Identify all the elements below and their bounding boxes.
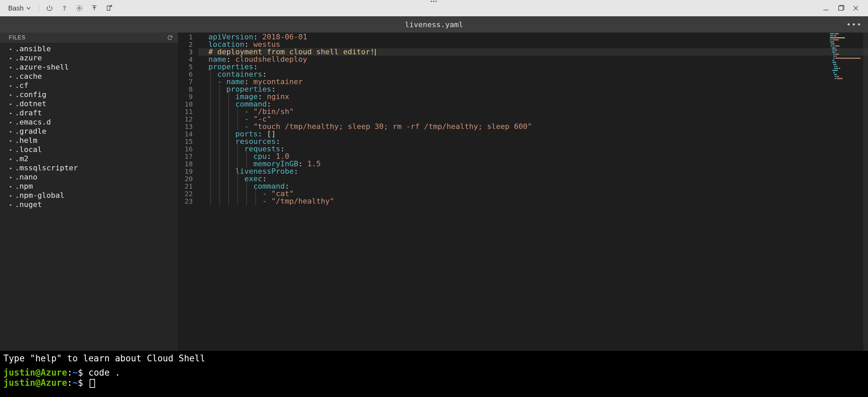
code-content[interactable]: apiVersion: 2018-06-01location: westus# … [198,33,868,351]
toolbar-separator [39,4,39,13]
file-explorer-title: FILES [9,35,25,41]
code-editor[interactable]: 1234567891011121314151617181920212223 ap… [178,33,868,351]
tree-item-label: .emacs.d [15,118,51,126]
caret-right-icon: ▸ [10,83,13,88]
terminal[interactable]: Type "help" to learn about Cloud Shell j… [0,351,868,397]
drag-handle-icon[interactable]: ••• [431,0,438,4]
line-number-gutter: 1234567891011121314151617181920212223 [178,33,198,351]
shell-type-label: Bash [8,4,24,12]
upload-icon [91,4,98,12]
caret-right-icon: ▸ [10,174,13,180]
tree-item-label: .azure-shell [15,63,69,71]
restart-button[interactable] [43,2,56,15]
tree-item-label: .npm [15,182,33,190]
tree-item[interactable]: ▸.azure [0,53,178,62]
open-new-icon [106,4,113,12]
tree-item-label: .gradle [15,127,46,135]
tree-item[interactable]: ▸.dotnet [0,99,178,108]
tree-item-label: .azure [15,54,42,62]
tree-item-label: .ansible [15,44,51,53]
minimize-button[interactable] [818,1,833,16]
caret-right-icon: ▸ [10,110,13,116]
tree-item[interactable]: ▸.local [0,145,178,154]
tree-item-label: .draft [15,109,42,117]
svg-point-1 [78,7,80,9]
settings-button[interactable] [73,2,86,15]
cloud-shell-toolbar: ••• Bash [0,0,868,16]
tree-item-label: .npm-global [15,191,64,200]
chevron-down-icon [26,5,31,11]
tree-item[interactable]: ▸.npm-global [0,191,178,200]
caret-right-icon: ▸ [10,101,13,107]
tree-item-label: .mssqlscripter [15,164,78,172]
tree-item[interactable]: ▸.ansible [0,44,178,53]
tree-item[interactable]: ▸.config [0,90,178,99]
caret-right-icon: ▸ [10,46,13,52]
help-button[interactable] [58,2,71,15]
caret-right-icon: ▸ [10,64,13,70]
tree-item[interactable]: ▸.helm [0,136,178,145]
file-tree[interactable]: ▸.ansible▸.azure▸.azure-shell▸.cache▸.cf… [0,43,178,351]
close-icon [852,4,860,12]
tree-item-label: .dotnet [15,99,46,108]
caret-right-icon: ▸ [10,193,13,198]
tree-item-label: .nuget [15,200,42,209]
tree-item-label: .helm [15,136,37,145]
caret-right-icon: ▸ [10,92,13,97]
tree-item[interactable]: ▸.emacs.d [0,117,178,127]
editor-more-button[interactable]: ••• [846,20,862,29]
file-explorer: FILES ▸.ansible▸.azure▸.azure-shell▸.cac… [0,33,178,351]
tree-item[interactable]: ▸.nuget [0,200,178,209]
tree-item-label: .config [15,90,46,99]
caret-right-icon: ▸ [10,74,13,79]
terminal-intro: Type "help" to learn about Cloud Shell [3,354,865,364]
tree-item[interactable]: ▸.nano [0,172,178,182]
caret-right-icon: ▸ [10,55,13,61]
minimize-icon [822,4,830,12]
editor-tab-bar: liveness.yaml ••• [0,16,868,33]
tree-item[interactable]: ▸.cache [0,72,178,81]
caret-right-icon: ▸ [10,165,13,171]
terminal-cursor [90,379,95,388]
tree-item-label: .cf [15,81,29,90]
tree-item[interactable]: ▸.m2 [0,154,178,163]
power-icon [46,4,53,12]
upload-button[interactable] [88,2,101,15]
maximize-button[interactable] [833,1,848,16]
tree-item-label: .cache [15,72,42,80]
terminal-line: justin@Azure:~$ code . [3,368,865,378]
close-button[interactable] [848,1,863,16]
open-file-name: liveness.yaml [405,20,463,29]
tree-item-label: .nano [15,173,37,181]
caret-right-icon: ▸ [10,119,13,125]
tree-item-label: .local [15,145,42,154]
terminal-blank [3,364,865,368]
caret-right-icon: ▸ [10,202,13,207]
tree-item[interactable]: ▸.draft [0,108,178,117]
maximize-icon [837,4,845,12]
refresh-button[interactable] [167,35,173,41]
tree-item-label: .m2 [15,154,29,163]
tree-item[interactable]: ▸.npm [0,182,178,191]
file-explorer-header: FILES [0,33,178,43]
caret-right-icon: ▸ [10,156,13,162]
tree-item[interactable]: ▸.gradle [0,127,178,136]
shell-type-dropdown[interactable]: Bash [5,3,35,14]
tree-item[interactable]: ▸.mssqlscripter [0,163,178,172]
svg-rect-2 [839,6,843,11]
svg-point-0 [64,10,64,10]
tree-item[interactable]: ▸.azure-shell [0,62,178,72]
help-icon [61,4,68,12]
refresh-icon [167,35,173,41]
caret-right-icon: ▸ [10,147,13,152]
caret-right-icon: ▸ [10,184,13,189]
gear-icon [76,4,83,12]
terminal-line: justin@Azure:~$ [3,378,865,388]
caret-right-icon: ▸ [10,129,13,134]
tree-item[interactable]: ▸.cf [0,81,178,90]
vertical-scrollbar[interactable] [863,33,868,351]
caret-right-icon: ▸ [10,138,13,143]
open-new-button[interactable] [103,2,116,15]
